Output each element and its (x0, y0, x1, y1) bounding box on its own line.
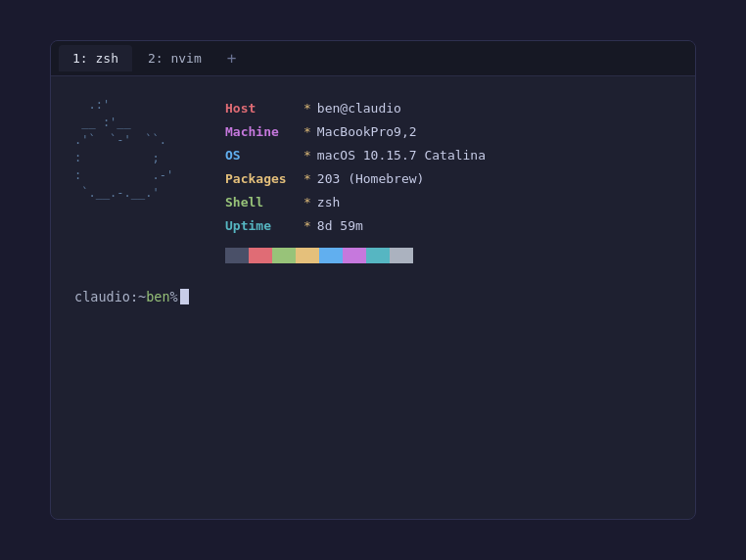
value-uptime: 8d 59m (317, 215, 363, 237)
color-palette (225, 248, 486, 263)
value-os: macOS 10.15.7 Catalina (317, 145, 486, 166)
neofetch-container: .:' __ :'__ .'` `-' ``. : ; : .-' `.__.-… (74, 96, 672, 263)
value-shell: zsh (317, 192, 340, 213)
star-uptime: * (303, 215, 311, 237)
value-packages: 203 (Homebrew) (317, 168, 425, 190)
star-os: * (303, 145, 311, 166)
star-packages: * (303, 168, 311, 190)
new-tab-button[interactable]: + (217, 45, 247, 71)
prompt-user: ben (146, 289, 169, 304)
label-shell: Shell (225, 192, 303, 213)
color-swatch-4 (319, 248, 343, 263)
label-host: Host (225, 98, 303, 119)
color-swatch-7 (390, 248, 413, 263)
prompt-host: claudio:~ (74, 289, 146, 304)
prompt-symbol: % (170, 289, 178, 304)
color-swatch-0 (225, 248, 249, 263)
color-swatch-6 (366, 248, 390, 263)
tab-bar: 1: zsh 2: nvim + (51, 41, 695, 76)
color-swatch-1 (249, 248, 272, 263)
info-row-uptime: Uptime * 8d 59m (225, 215, 486, 237)
terminal-body: .:' __ :'__ .'` `-' ``. : ; : .-' `.__.-… (51, 76, 695, 519)
label-uptime: Uptime (225, 215, 303, 237)
system-info: Host * ben@claudio Machine * MacBookPro9… (225, 96, 486, 263)
color-swatch-2 (272, 248, 296, 263)
label-machine: Machine (225, 121, 303, 143)
tab-nvim[interactable]: 2: nvim (134, 45, 215, 71)
info-row-os: OS * macOS 10.15.7 Catalina (225, 145, 486, 166)
label-os: OS (225, 145, 303, 166)
color-swatch-5 (343, 248, 366, 263)
info-row-host: Host * ben@claudio (225, 98, 486, 119)
info-row-packages: Packages * 203 (Homebrew) (225, 168, 486, 190)
label-packages: Packages (225, 168, 303, 190)
ascii-art: .:' __ :'__ .'` `-' ``. : ; : .-' `.__.-… (74, 96, 202, 202)
cursor-block (180, 289, 189, 304)
info-row-machine: Machine * MacBookPro9,2 (225, 121, 486, 143)
info-row-shell: Shell * zsh (225, 192, 486, 213)
star-host: * (303, 98, 311, 119)
star-machine: * (303, 121, 311, 143)
color-swatch-3 (296, 248, 319, 263)
value-machine: MacBookPro9,2 (317, 121, 417, 143)
star-shell: * (303, 192, 311, 213)
value-host: ben@claudio (317, 98, 401, 119)
prompt-line[interactable]: claudio:~ ben % (74, 289, 672, 304)
tab-zsh[interactable]: 1: zsh (59, 45, 132, 71)
terminal-window: 1: zsh 2: nvim + .:' __ :'__ .'` `-' ``.… (50, 40, 696, 520)
